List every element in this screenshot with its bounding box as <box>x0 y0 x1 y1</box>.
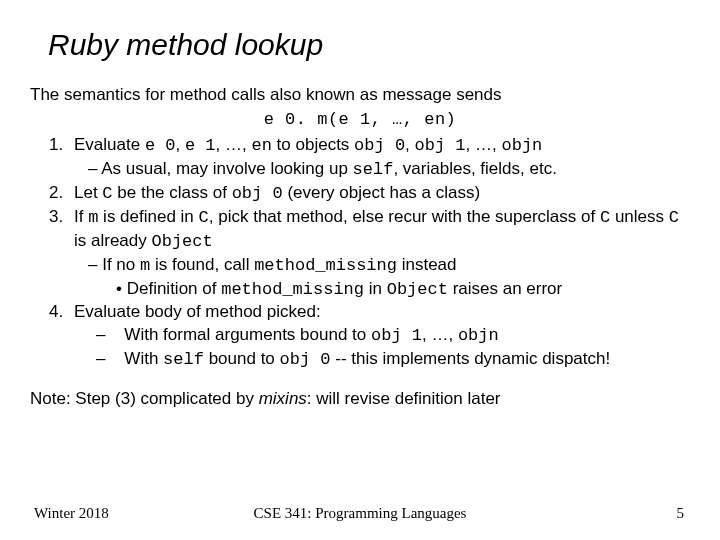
t: , …, <box>466 135 502 154</box>
code: Object <box>151 232 212 251</box>
t: If <box>74 207 88 226</box>
code: self <box>163 350 204 369</box>
code: C <box>600 208 610 227</box>
code: m <box>88 208 98 227</box>
t: raises an error <box>448 279 562 298</box>
note-text: Note: Step (3) complicated by mixins: wi… <box>30 388 690 411</box>
code: C <box>669 208 679 227</box>
t: Evaluate body of method picked: <box>74 302 321 321</box>
slide-body: The semantics for method calls also know… <box>30 84 690 411</box>
mixins-term: mixins <box>259 389 307 408</box>
step-3: If m is defined in C, pick that method, … <box>68 206 690 302</box>
t: bound to <box>204 349 280 368</box>
t: in <box>364 279 387 298</box>
t: Definition of <box>127 279 222 298</box>
t: , <box>405 135 414 154</box>
steps-list: Evaluate e 0, e 1, …, en to objects obj … <box>44 134 690 372</box>
step-3-sub-item: If no m is found, call method_missing in… <box>88 254 690 302</box>
t: , …, <box>422 325 458 344</box>
code: method_missing <box>221 280 364 299</box>
step-4-sub: – With formal arguments bound to obj 1, … <box>74 324 690 372</box>
step-3-bullet: Definition of method_missing in Object r… <box>116 278 690 302</box>
step-4: Evaluate body of method picked: – With f… <box>68 301 690 372</box>
t: With <box>124 349 163 368</box>
t: (every object has a class) <box>283 183 480 202</box>
footer-term: Winter 2018 <box>34 505 109 522</box>
slide-footer: Winter 2018 CSE 341: Programming Languag… <box>0 505 720 522</box>
t: instead <box>397 255 457 274</box>
step-4-sub-1: – With formal arguments bound to obj 1, … <box>96 324 690 348</box>
t: Let <box>74 183 102 202</box>
t: If no <box>102 255 140 274</box>
t: Evaluate <box>74 135 145 154</box>
t: unless <box>610 207 669 226</box>
t: be the class of <box>113 183 232 202</box>
code: en <box>251 136 271 155</box>
code: m <box>140 256 150 275</box>
step-1-sub-item: As usual, may involve looking up self, v… <box>88 158 690 182</box>
step-4-sub-2: – With self bound to obj 0 -- this imple… <box>96 348 690 372</box>
t: is found, call <box>150 255 254 274</box>
t: As usual, may involve looking up <box>101 159 352 178</box>
t: to objects <box>272 135 354 154</box>
code: obj 0 <box>280 350 331 369</box>
step-3-bullet-item: Definition of method_missing in Object r… <box>116 278 690 302</box>
code: e 1 <box>185 136 216 155</box>
code-expression: e 0. m(e 1, …, en) <box>30 109 690 132</box>
t: , variables, fields, etc. <box>393 159 556 178</box>
t: Note: Step (3) complicated by <box>30 389 259 408</box>
code: obj 0 <box>232 184 283 203</box>
code: obj 0 <box>354 136 405 155</box>
code: C <box>102 184 112 203</box>
step-1-sub: As usual, may involve looking up self, v… <box>88 158 690 182</box>
code: C <box>199 208 209 227</box>
step-1: Evaluate e 0, e 1, …, en to objects obj … <box>68 134 690 182</box>
step-3-sub: If no m is found, call method_missing in… <box>88 254 690 302</box>
footer-page-number: 5 <box>677 505 685 522</box>
code: e 0 <box>145 136 176 155</box>
code: method_missing <box>254 256 397 275</box>
t: is already <box>74 231 151 250</box>
code: objn <box>501 136 542 155</box>
t: , <box>176 135 185 154</box>
code: objn <box>458 326 499 345</box>
step-2: Let C be the class of obj 0 (every objec… <box>68 182 690 206</box>
t: With formal arguments bound to <box>124 325 371 344</box>
t: is defined in <box>98 207 198 226</box>
footer-course: CSE 341: Programming Languages <box>30 505 690 522</box>
code: Object <box>387 280 448 299</box>
t: : will revise definition later <box>307 389 501 408</box>
code: self <box>353 160 394 179</box>
intro-text: The semantics for method calls also know… <box>30 84 690 107</box>
slide-title: Ruby method lookup <box>48 28 690 62</box>
code: obj 1 <box>415 136 466 155</box>
t: , …, <box>216 135 252 154</box>
t: , pick that method, else recur with the … <box>209 207 600 226</box>
code: obj 1 <box>371 326 422 345</box>
t: -- this implements dynamic dispatch! <box>331 349 611 368</box>
